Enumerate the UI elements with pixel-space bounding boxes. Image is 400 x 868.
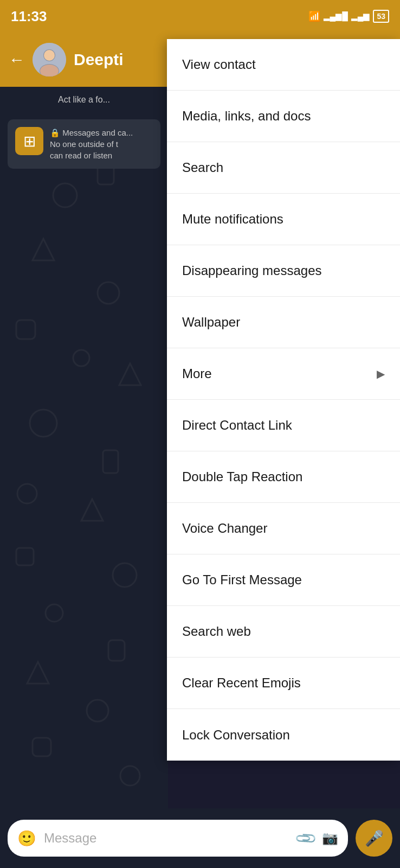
status-bar: 11:33 📶 ▂▄▆█ ▂▄▆ 53 bbox=[0, 0, 400, 33]
status-icons: 📶 ▂▄▆█ ▂▄▆ 53 bbox=[308, 10, 389, 23]
svg-point-9 bbox=[98, 282, 119, 304]
svg-point-22 bbox=[87, 700, 108, 722]
mic-button[interactable]: 🎤 bbox=[356, 820, 392, 857]
menu-item-label-4: Disappearing messages bbox=[182, 263, 321, 278]
signal-icon-1: ▂▄▆█ bbox=[324, 11, 348, 21]
badge-icon-wrapper: ⊞ bbox=[15, 127, 43, 155]
menu-item-9[interactable]: Voice Changer bbox=[167, 503, 400, 554]
menu-item-label-8: Double Tap Reaction bbox=[182, 469, 302, 484]
svg-point-13 bbox=[30, 410, 57, 437]
menu-item-label-13: Lock Conversation bbox=[182, 727, 290, 743]
battery-indicator: 53 bbox=[373, 10, 389, 23]
menu-item-3[interactable]: Mute notifications bbox=[167, 194, 400, 245]
chat-subheader: Act like a fo... bbox=[0, 87, 168, 113]
camera-icon[interactable]: 📷 bbox=[322, 831, 338, 846]
input-bar: 🙂 Message 📎 📷 🎤 bbox=[0, 808, 400, 868]
message-input-wrapper[interactable]: 🙂 Message 📎 📷 bbox=[8, 820, 348, 857]
menu-item-label-11: Search web bbox=[182, 624, 251, 639]
svg-marker-12 bbox=[119, 363, 141, 385]
menu-item-label-1: Media, links, and docs bbox=[182, 108, 311, 124]
menu-item-8[interactable]: Double Tap Reaction bbox=[167, 451, 400, 503]
menu-item-label-5: Wallpaper bbox=[182, 315, 240, 330]
svg-marker-21 bbox=[27, 662, 49, 684]
dropdown-menu: View contactMedia, links, and docsSearch… bbox=[167, 39, 400, 761]
menu-item-label-2: Search bbox=[182, 160, 223, 175]
svg-rect-10 bbox=[16, 320, 35, 339]
menu-item-label-3: Mute notifications bbox=[182, 212, 283, 227]
svg-rect-20 bbox=[108, 640, 125, 661]
menu-item-label-6: More bbox=[182, 366, 212, 381]
menu-item-label-9: Voice Changer bbox=[182, 521, 267, 536]
wifi-icon: 📶 bbox=[308, 10, 320, 22]
svg-rect-17 bbox=[16, 548, 34, 565]
menu-item-6[interactable]: More▶ bbox=[167, 348, 400, 400]
signal-icon-2: ▂▄▆ bbox=[351, 11, 370, 21]
menu-item-0[interactable]: View contact bbox=[167, 39, 400, 91]
svg-point-6 bbox=[53, 183, 77, 207]
encryption-badge: ⊞ 🔒 Messages and ca...No one outside of … bbox=[8, 119, 160, 169]
svg-marker-8 bbox=[33, 239, 54, 260]
svg-point-19 bbox=[46, 604, 63, 622]
menu-item-arrow-6: ▶ bbox=[377, 367, 385, 380]
back-button[interactable]: ← bbox=[9, 50, 25, 69]
avatar[interactable] bbox=[33, 43, 66, 76]
svg-rect-23 bbox=[33, 738, 51, 756]
svg-marker-16 bbox=[81, 499, 103, 521]
menu-item-4[interactable]: Disappearing messages bbox=[167, 245, 400, 297]
status-time: 11:33 bbox=[11, 8, 47, 25]
svg-point-3 bbox=[44, 50, 55, 61]
attachment-icon[interactable]: 📎 bbox=[294, 826, 318, 851]
menu-item-13[interactable]: Lock Conversation bbox=[167, 709, 400, 761]
chat-background bbox=[0, 87, 168, 808]
message-placeholder: Message bbox=[44, 831, 289, 846]
menu-item-label-7: Direct Contact Link bbox=[182, 418, 292, 433]
menu-item-12[interactable]: Clear Recent Emojis bbox=[167, 658, 400, 709]
grid-icon: ⊞ bbox=[23, 132, 36, 150]
menu-item-5[interactable]: Wallpaper bbox=[167, 297, 400, 348]
svg-point-24 bbox=[120, 766, 140, 786]
menu-item-7[interactable]: Direct Contact Link bbox=[167, 400, 400, 451]
emoji-button[interactable]: 🙂 bbox=[17, 829, 36, 847]
menu-item-11[interactable]: Search web bbox=[167, 606, 400, 658]
mic-icon: 🎤 bbox=[365, 829, 384, 847]
menu-item-2[interactable]: Search bbox=[167, 142, 400, 194]
menu-item-label-0: View contact bbox=[182, 57, 256, 72]
menu-item-1[interactable]: Media, links, and docs bbox=[167, 91, 400, 142]
menu-item-10[interactable]: Go To First Message bbox=[167, 554, 400, 606]
menu-item-label-12: Clear Recent Emojis bbox=[182, 675, 301, 691]
encryption-text: 🔒 Messages and ca...No one outside of tc… bbox=[50, 127, 133, 161]
svg-rect-14 bbox=[103, 450, 118, 473]
menu-item-label-10: Go To First Message bbox=[182, 572, 302, 588]
subheader-text: Act like a fo... bbox=[58, 95, 110, 105]
svg-point-18 bbox=[113, 563, 137, 587]
svg-point-11 bbox=[73, 350, 89, 366]
svg-point-15 bbox=[17, 484, 37, 503]
